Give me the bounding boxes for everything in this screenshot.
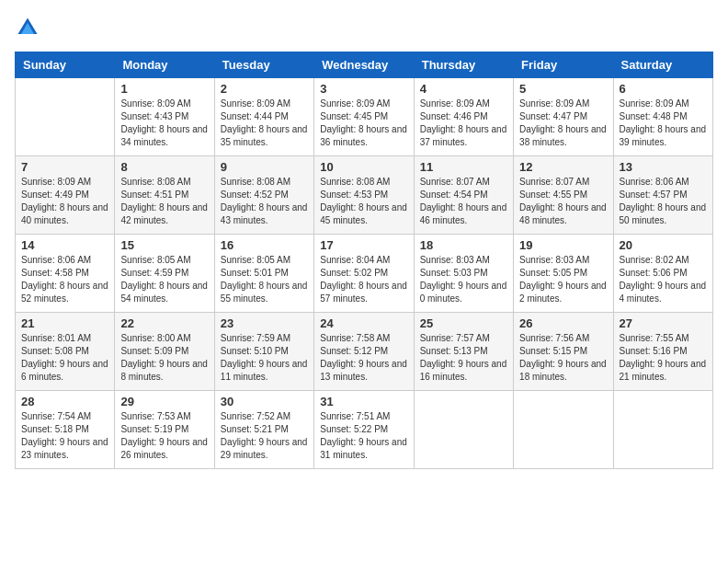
day-info: Sunrise: 8:03 AMSunset: 5:03 PMDaylight:… <box>420 255 507 304</box>
day-number: 14 <box>21 238 108 252</box>
day-number: 8 <box>120 160 208 174</box>
day-info: Sunrise: 8:08 AMSunset: 4:52 PMDaylight:… <box>221 177 308 225</box>
day-number: 28 <box>21 395 108 408</box>
calendar-cell: 16 Sunrise: 8:05 AMSunset: 5:01 PMDaylig… <box>214 235 313 313</box>
day-number: 21 <box>21 316 108 330</box>
weekday-header: Sunday <box>16 52 115 78</box>
page-header <box>15 15 713 40</box>
day-info: Sunrise: 8:09 AMSunset: 4:44 PMDaylight:… <box>221 98 308 147</box>
day-number: 12 <box>519 160 607 174</box>
day-number: 10 <box>320 160 407 174</box>
calendar-cell: 24 Sunrise: 7:58 AMSunset: 5:12 PMDaylig… <box>314 313 414 391</box>
day-number: 11 <box>420 160 507 174</box>
day-number: 2 <box>221 82 308 96</box>
day-info: Sunrise: 8:00 AMSunset: 5:09 PMDaylight:… <box>120 333 208 382</box>
day-info: Sunrise: 7:59 AMSunset: 5:10 PMDaylight:… <box>221 333 308 382</box>
day-number: 4 <box>420 82 507 96</box>
day-number: 30 <box>221 395 308 408</box>
day-number: 9 <box>221 160 308 174</box>
logo <box>15 15 44 40</box>
weekday-header: Monday <box>115 52 214 78</box>
calendar-cell: 14 Sunrise: 8:06 AMSunset: 4:58 PMDaylig… <box>16 235 115 313</box>
calendar-cell: 21 Sunrise: 8:01 AMSunset: 5:08 PMDaylig… <box>16 313 115 391</box>
day-number: 29 <box>120 395 208 408</box>
calendar-cell: 29 Sunrise: 7:53 AMSunset: 5:19 PMDaylig… <box>115 391 214 469</box>
day-info: Sunrise: 8:09 AMSunset: 4:46 PMDaylight:… <box>420 98 507 147</box>
day-number: 15 <box>120 238 208 252</box>
calendar-cell: 26 Sunrise: 7:56 AMSunset: 5:15 PMDaylig… <box>514 313 613 391</box>
calendar-cell: 13 Sunrise: 8:06 AMSunset: 4:57 PMDaylig… <box>613 156 712 235</box>
calendar-cell <box>414 391 513 469</box>
day-info: Sunrise: 8:07 AMSunset: 4:55 PMDaylight:… <box>519 177 607 225</box>
calendar-cell: 3 Sunrise: 8:09 AMSunset: 4:45 PMDayligh… <box>314 78 414 156</box>
day-info: Sunrise: 8:08 AMSunset: 4:51 PMDaylight:… <box>120 177 208 225</box>
day-number: 17 <box>320 238 407 252</box>
day-info: Sunrise: 7:57 AMSunset: 5:13 PMDaylight:… <box>420 333 507 382</box>
weekday-header: Wednesday <box>314 52 414 78</box>
day-info: Sunrise: 8:07 AMSunset: 4:54 PMDaylight:… <box>420 177 507 225</box>
day-info: Sunrise: 8:03 AMSunset: 5:05 PMDaylight:… <box>519 255 607 304</box>
calendar-week-row: 21 Sunrise: 8:01 AMSunset: 5:08 PMDaylig… <box>16 313 713 391</box>
day-number: 3 <box>320 82 407 96</box>
day-info: Sunrise: 8:02 AMSunset: 5:06 PMDaylight:… <box>620 255 707 304</box>
day-number: 16 <box>221 238 308 252</box>
day-info: Sunrise: 7:52 AMSunset: 5:21 PMDaylight:… <box>221 411 308 460</box>
calendar-cell <box>16 78 115 156</box>
calendar-week-row: 14 Sunrise: 8:06 AMSunset: 4:58 PMDaylig… <box>16 235 713 313</box>
day-number: 7 <box>21 160 108 174</box>
weekday-header: Thursday <box>414 52 513 78</box>
day-info: Sunrise: 7:53 AMSunset: 5:19 PMDaylight:… <box>120 411 208 460</box>
calendar-header-row: SundayMondayTuesdayWednesdayThursdayFrid… <box>16 52 713 78</box>
weekday-header: Tuesday <box>214 52 313 78</box>
day-number: 25 <box>420 316 507 330</box>
weekday-header: Saturday <box>613 52 712 78</box>
calendar-cell: 19 Sunrise: 8:03 AMSunset: 5:05 PMDaylig… <box>514 235 613 313</box>
calendar-cell: 5 Sunrise: 8:09 AMSunset: 4:47 PMDayligh… <box>514 78 613 156</box>
calendar-cell: 10 Sunrise: 8:08 AMSunset: 4:53 PMDaylig… <box>314 156 414 235</box>
day-info: Sunrise: 8:05 AMSunset: 5:01 PMDaylight:… <box>221 255 308 304</box>
day-number: 24 <box>320 316 407 330</box>
day-info: Sunrise: 8:09 AMSunset: 4:47 PMDaylight:… <box>519 98 607 147</box>
day-number: 31 <box>320 395 407 408</box>
calendar-cell: 20 Sunrise: 8:02 AMSunset: 5:06 PMDaylig… <box>613 235 712 313</box>
calendar-cell: 25 Sunrise: 7:57 AMSunset: 5:13 PMDaylig… <box>414 313 513 391</box>
day-info: Sunrise: 8:09 AMSunset: 4:43 PMDaylight:… <box>120 98 208 147</box>
day-info: Sunrise: 7:58 AMSunset: 5:12 PMDaylight:… <box>320 333 407 382</box>
day-info: Sunrise: 8:06 AMSunset: 4:58 PMDaylight:… <box>21 255 108 304</box>
calendar-week-row: 28 Sunrise: 7:54 AMSunset: 5:18 PMDaylig… <box>16 391 713 469</box>
calendar-cell: 7 Sunrise: 8:09 AMSunset: 4:49 PMDayligh… <box>16 156 115 235</box>
weekday-header: Friday <box>514 52 613 78</box>
calendar-cell: 15 Sunrise: 8:05 AMSunset: 4:59 PMDaylig… <box>115 235 214 313</box>
day-number: 26 <box>519 316 607 330</box>
day-info: Sunrise: 8:09 AMSunset: 4:45 PMDaylight:… <box>320 98 407 147</box>
day-info: Sunrise: 8:08 AMSunset: 4:53 PMDaylight:… <box>320 177 407 225</box>
day-number: 19 <box>519 238 607 252</box>
day-number: 13 <box>620 160 707 174</box>
day-number: 22 <box>120 316 208 330</box>
calendar-cell: 6 Sunrise: 8:09 AMSunset: 4:48 PMDayligh… <box>613 78 712 156</box>
calendar-cell: 17 Sunrise: 8:04 AMSunset: 5:02 PMDaylig… <box>314 235 414 313</box>
calendar-week-row: 7 Sunrise: 8:09 AMSunset: 4:49 PMDayligh… <box>16 156 713 235</box>
calendar-cell: 4 Sunrise: 8:09 AMSunset: 4:46 PMDayligh… <box>414 78 513 156</box>
calendar-cell <box>514 391 613 469</box>
day-number: 18 <box>420 238 507 252</box>
day-info: Sunrise: 8:06 AMSunset: 4:57 PMDaylight:… <box>620 177 707 225</box>
calendar-week-row: 1 Sunrise: 8:09 AMSunset: 4:43 PMDayligh… <box>16 78 713 156</box>
calendar-cell: 1 Sunrise: 8:09 AMSunset: 4:43 PMDayligh… <box>115 78 214 156</box>
calendar-cell: 22 Sunrise: 8:00 AMSunset: 5:09 PMDaylig… <box>115 313 214 391</box>
day-info: Sunrise: 7:56 AMSunset: 5:15 PMDaylight:… <box>519 333 607 382</box>
day-info: Sunrise: 7:51 AMSunset: 5:22 PMDaylight:… <box>320 411 407 460</box>
calendar-cell: 9 Sunrise: 8:08 AMSunset: 4:52 PMDayligh… <box>214 156 313 235</box>
calendar-cell: 11 Sunrise: 8:07 AMSunset: 4:54 PMDaylig… <box>414 156 513 235</box>
day-number: 6 <box>620 82 707 96</box>
calendar-cell: 2 Sunrise: 8:09 AMSunset: 4:44 PMDayligh… <box>214 78 313 156</box>
day-info: Sunrise: 8:04 AMSunset: 5:02 PMDaylight:… <box>320 255 407 304</box>
day-number: 5 <box>519 82 607 96</box>
day-number: 1 <box>120 82 208 96</box>
day-info: Sunrise: 7:54 AMSunset: 5:18 PMDaylight:… <box>21 411 108 460</box>
calendar-cell: 18 Sunrise: 8:03 AMSunset: 5:03 PMDaylig… <box>414 235 513 313</box>
calendar-cell: 12 Sunrise: 8:07 AMSunset: 4:55 PMDaylig… <box>514 156 613 235</box>
calendar-cell: 8 Sunrise: 8:08 AMSunset: 4:51 PMDayligh… <box>115 156 214 235</box>
calendar-cell: 23 Sunrise: 7:59 AMSunset: 5:10 PMDaylig… <box>214 313 313 391</box>
day-number: 20 <box>620 238 707 252</box>
